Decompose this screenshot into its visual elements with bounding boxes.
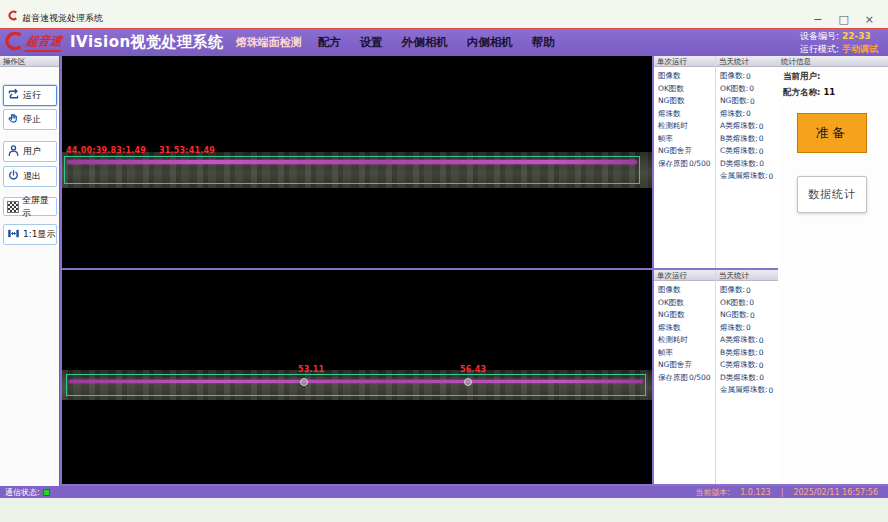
stat-label: A类熔珠数: xyxy=(720,335,758,345)
single-run-column: 单次运行 图像数 OK图数 NG图数 熔珠数 检测耗时 帧率 NG图舍弃 保存原… xyxy=(654,270,716,484)
stat-label: OK图数: xyxy=(720,298,748,308)
daily-stats-title: 当天统计 xyxy=(716,56,778,67)
one-to-one-button-label: 1:1显示 xyxy=(23,228,55,241)
stat-value: 0/500 xyxy=(689,373,711,382)
hand-stop-icon xyxy=(7,112,20,127)
stat-label: B类熔珠数: xyxy=(720,348,758,358)
stat-label: 检测耗时 xyxy=(658,121,688,131)
roi-rectangle xyxy=(66,374,646,396)
camera-view-top[interactable]: 44.00:39.83:1.49 31.53:41.49 xyxy=(62,56,652,268)
menu-outer-camera[interactable]: 外侧相机 xyxy=(402,35,448,50)
stat-value: 0 xyxy=(746,323,751,332)
info-panel-title: 统计信息 xyxy=(778,56,888,67)
stat-label: OK图数 xyxy=(658,84,684,94)
comm-status-label: 通信状态: xyxy=(5,487,40,498)
minimize-button[interactable]: − xyxy=(813,14,822,25)
datetime: 2025/02/11 16:57:56 xyxy=(793,488,878,497)
app-window: 超音速视觉处理系统 − □ × 超音速 IVision视觉处理系统 熔珠端面检测… xyxy=(0,0,888,522)
stat-label: 熔珠数 xyxy=(658,109,681,119)
stat-label: 图像数: xyxy=(720,285,745,295)
stats-panel-bottom: 单次运行 图像数 OK图数 NG图数 熔珠数 检测耗时 帧率 NG图舍弃 保存原… xyxy=(654,270,778,484)
device-info: 设备编号: 22-33 运行模式: 手动调试 xyxy=(800,30,878,54)
bead-line-overlay xyxy=(67,160,637,164)
current-user-label: 当前用户: xyxy=(783,71,820,81)
stat-value: 0 xyxy=(759,348,764,357)
stat-label: 保存原图 xyxy=(658,159,688,169)
stat-label: A类熔珠数: xyxy=(720,121,758,131)
daily-stats-column: 当天统计 图像数:0 OK图数:0 NG图数:0 熔珠数:0 A类熔珠数:0 B… xyxy=(716,270,778,484)
camera-view-bottom[interactable]: 53.11 56.43 xyxy=(62,270,652,484)
stat-label: 检测耗时 xyxy=(658,335,688,345)
stat-value: 0 xyxy=(750,311,755,320)
stat-value: 0 xyxy=(759,159,764,168)
stat-value: 0 xyxy=(759,336,764,345)
stat-label: NG图数 xyxy=(658,310,684,320)
stop-button-label: 停止 xyxy=(23,113,41,126)
stat-label: 熔珠数: xyxy=(720,109,745,119)
menu-help[interactable]: 帮助 xyxy=(532,35,555,50)
daily-stats-title: 当天统计 xyxy=(716,270,778,281)
single-run-title: 单次运行 xyxy=(654,56,715,67)
stat-label: OK图数 xyxy=(658,298,684,308)
stat-value: 0 xyxy=(769,172,774,181)
stat-label: 图像数: xyxy=(720,71,745,81)
run-button-label: 运行 xyxy=(23,89,41,102)
stat-label: NG图数 xyxy=(658,96,684,106)
stat-value: 0/500 xyxy=(689,159,711,168)
window-title: 超音速视觉处理系统 xyxy=(22,12,103,25)
user-button[interactable]: 用户 xyxy=(3,141,57,162)
stat-value: 0 xyxy=(769,386,774,395)
sidebar-title: 操作区 xyxy=(0,56,59,67)
stat-label: 图像数 xyxy=(658,71,681,81)
stat-label: 金属屑熔珠数: xyxy=(720,171,768,181)
power-icon xyxy=(7,169,20,184)
app-subtitle: 熔珠端面检测 xyxy=(236,35,302,50)
one-to-one-button[interactable]: 1:1显示 xyxy=(3,224,57,245)
stat-value: 0 xyxy=(749,84,754,93)
menu-bar: 配方 设置 外侧相机 内侧相机 帮助 xyxy=(318,35,555,50)
one-to-one-icon xyxy=(7,227,20,242)
defect-marker xyxy=(300,378,308,386)
menu-settings[interactable]: 设置 xyxy=(360,35,383,50)
device-number-label: 设备编号: xyxy=(800,31,839,41)
stat-value: 0 xyxy=(746,72,751,81)
stop-button[interactable]: 停止 xyxy=(3,109,57,130)
window-controls: − □ × xyxy=(813,14,874,25)
separator: | xyxy=(781,488,784,497)
fullscreen-button[interactable]: 全屏显示 xyxy=(3,197,57,216)
single-run-column: 单次运行 图像数 OK图数 NG图数 熔珠数 检测耗时 帧率 NG图舍弃 保存原… xyxy=(654,56,716,268)
stat-value: 0 xyxy=(759,134,764,143)
stat-label: B类熔珠数: xyxy=(720,134,758,144)
defect-marker xyxy=(464,378,472,386)
recipe-name-label: 配方名称: xyxy=(783,87,820,97)
run-cycle-icon xyxy=(7,88,20,103)
measurement-annotation: 44.00:39.83:1.49 31.53:41.49 xyxy=(66,146,215,155)
stat-value: 0 xyxy=(759,147,764,156)
run-mode-value: 手动调试 xyxy=(842,44,878,54)
measurement-annotation: 53.11 xyxy=(298,365,324,374)
user-icon xyxy=(7,144,20,159)
stat-value: 0 xyxy=(746,286,751,295)
stat-label: 熔珠数: xyxy=(720,323,745,333)
annotation-right: 31.53:41.49 xyxy=(159,146,215,155)
stat-label: OK图数: xyxy=(720,84,748,94)
stat-label: NG图舍弃 xyxy=(658,146,692,156)
stat-label: 图像数 xyxy=(658,285,681,295)
app-title: IVision视觉处理系统 xyxy=(70,33,224,52)
stat-label: 帧率 xyxy=(658,134,673,144)
stat-label: NG图数: xyxy=(720,96,749,106)
menu-recipe[interactable]: 配方 xyxy=(318,35,341,50)
exit-button[interactable]: 退出 xyxy=(3,166,57,187)
menu-inner-camera[interactable]: 内侧相机 xyxy=(467,35,513,50)
fullscreen-button-label: 全屏显示 xyxy=(22,194,56,220)
run-button[interactable]: 运行 xyxy=(3,85,57,106)
stat-label: C类熔珠数: xyxy=(720,360,758,370)
stat-value: 0 xyxy=(749,298,754,307)
maximize-button[interactable]: □ xyxy=(838,14,848,25)
brand-name: 超音速 xyxy=(25,33,64,52)
prepare-button[interactable]: 准备 xyxy=(797,113,867,153)
data-statistics-button[interactable]: 数据统计 xyxy=(797,176,867,213)
stat-value: 0 xyxy=(750,97,755,106)
close-button[interactable]: × xyxy=(865,14,874,25)
recipe-name-value: 11 xyxy=(823,87,835,97)
